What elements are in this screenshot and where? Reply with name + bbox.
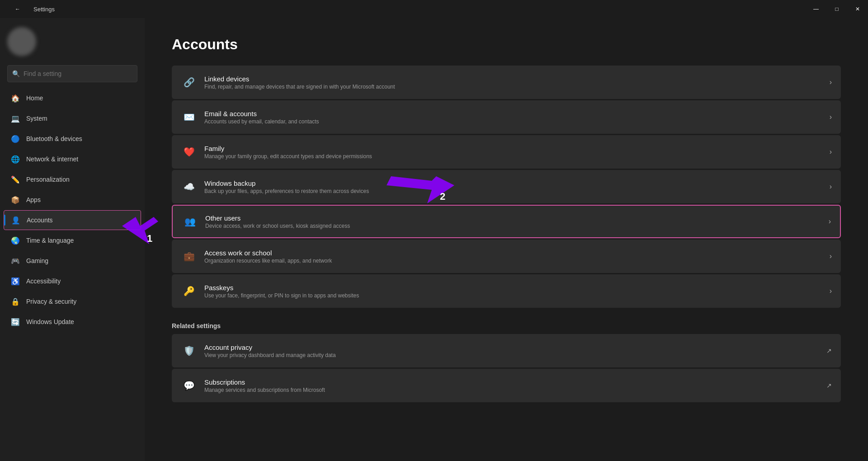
- family-desc: Manage your family group, edit account t…: [204, 153, 830, 160]
- sidebar-label-gaming: Gaming: [26, 257, 48, 264]
- related-settings-list: 🛡️ Account privacy View your privacy das…: [172, 334, 841, 402]
- titlebar-left: ← Settings: [7, 0, 55, 18]
- access-work-title: Access work or school: [204, 249, 830, 257]
- sidebar-item-update[interactable]: 🔄 Windows Update: [4, 312, 141, 332]
- windows-backup-desc: Back up your files, apps, preferences to…: [204, 188, 830, 194]
- main-content: Accounts 🔗 Linked devices Find, repair, …: [145, 18, 868, 461]
- sidebar-label-system: System: [26, 115, 47, 122]
- titlebar-controls: — □ ✕: [806, 0, 868, 18]
- subscriptions-text: Subscriptions Manage services and subscr…: [204, 378, 826, 393]
- maximize-button[interactable]: □: [826, 0, 847, 18]
- passkeys-text: Passkeys Use your face, fingerprint, or …: [204, 284, 830, 299]
- update-icon: 🔄: [11, 317, 20, 326]
- account-privacy-icon: 🛡️: [181, 343, 197, 359]
- account-privacy-text: Account privacy View your privacy dashbo…: [204, 343, 826, 358]
- linked-devices-text: Linked devices Find, repair, and manage …: [204, 75, 830, 90]
- system-icon: 💻: [11, 114, 20, 123]
- windows-backup-icon: ☁️: [181, 179, 197, 195]
- sidebar-item-gaming[interactable]: 🎮 Gaming: [4, 251, 141, 271]
- sidebar-item-accounts[interactable]: 👤 Accounts: [4, 210, 141, 230]
- linked-devices-title: Linked devices: [204, 75, 830, 83]
- family-icon: ❤️: [181, 144, 197, 160]
- account-privacy-title: Account privacy: [204, 343, 826, 351]
- family-text: Family Manage your family group, edit ac…: [204, 145, 830, 160]
- sidebar-label-accounts: Accounts: [27, 216, 53, 224]
- related-settings-heading: Related settings: [172, 322, 841, 329]
- sidebar-item-apps[interactable]: 📦 Apps: [4, 190, 141, 210]
- sidebar-item-accessibility[interactable]: ♿ Accessibility: [4, 271, 141, 291]
- other-users-title: Other users: [205, 214, 829, 222]
- sidebar-item-time[interactable]: 🌏 Time & language: [4, 230, 141, 250]
- back-button[interactable]: ←: [7, 0, 28, 18]
- sidebar-label-personalization: Personalization: [26, 176, 70, 183]
- minimize-button[interactable]: —: [806, 0, 826, 18]
- sidebar-item-privacy[interactable]: 🔒 Privacy & security: [4, 292, 141, 311]
- access-work-text: Access work or school Organization resou…: [204, 249, 830, 264]
- email-accounts-desc: Accounts used by email, calendar, and co…: [204, 118, 830, 125]
- account-privacy-external-icon: ↗: [826, 347, 832, 354]
- user-profile: [0, 18, 145, 61]
- search-box[interactable]: 🔍: [7, 65, 137, 82]
- windows-backup-arrow-icon: ›: [830, 183, 832, 191]
- accessibility-icon: ♿: [11, 277, 20, 286]
- sidebar-label-home: Home: [26, 94, 43, 102]
- windows-backup-text: Windows backup Back up your files, apps,…: [204, 179, 830, 194]
- subscriptions-icon: 💬: [181, 377, 197, 394]
- search-input[interactable]: [24, 70, 132, 77]
- avatar: [7, 27, 36, 56]
- other-users-text: Other users Device access, work or schoo…: [205, 214, 829, 229]
- subscriptions-external-icon: ↗: [826, 382, 832, 389]
- gaming-icon: 🎮: [11, 256, 20, 265]
- sidebar-label-apps: Apps: [26, 196, 41, 203]
- search-icon: 🔍: [12, 70, 20, 77]
- sidebar-item-bluetooth[interactable]: 🔵 Bluetooth & devices: [4, 129, 141, 149]
- linked-devices-icon: 🔗: [181, 74, 197, 90]
- settings-item-other-users[interactable]: 👥 Other users Device access, work or sch…: [172, 205, 841, 238]
- settings-list: 🔗 Linked devices Find, repair, and manag…: [172, 66, 841, 308]
- bluetooth-icon: 🔵: [11, 134, 20, 143]
- app-body: 🔍 🏠 Home 💻 System 🔵 Bluetooth & devices …: [0, 18, 868, 461]
- sidebar-label-privacy: Privacy & security: [26, 298, 76, 305]
- home-icon: 🏠: [11, 94, 20, 103]
- page-title: Accounts: [172, 36, 841, 53]
- settings-item-windows-backup[interactable]: ☁️ Windows backup Back up your files, ap…: [172, 170, 841, 203]
- email-accounts-icon: ✉️: [181, 109, 197, 125]
- related-item-account-privacy[interactable]: 🛡️ Account privacy View your privacy das…: [172, 334, 841, 367]
- access-work-arrow-icon: ›: [830, 252, 832, 260]
- titlebar: ← Settings — □ ✕: [0, 0, 868, 18]
- time-icon: 🌏: [11, 236, 20, 245]
- sidebar-label-accessibility: Accessibility: [26, 278, 61, 285]
- sidebar-item-home[interactable]: 🏠 Home: [4, 88, 141, 108]
- search-container: 🔍: [0, 61, 145, 88]
- sidebar-item-network[interactable]: 🌐 Network & internet: [4, 149, 141, 169]
- settings-item-access-work[interactable]: 💼 Access work or school Organization res…: [172, 240, 841, 273]
- sidebar-label-network: Network & internet: [26, 155, 78, 163]
- passkeys-arrow-icon: ›: [830, 287, 832, 295]
- apps-icon: 📦: [11, 195, 20, 204]
- other-users-arrow-icon: ›: [829, 217, 831, 226]
- personalization-icon: ✏️: [11, 175, 20, 184]
- email-accounts-text: Email & accounts Accounts used by email,…: [204, 110, 830, 125]
- sidebar-item-personalization[interactable]: ✏️ Personalization: [4, 169, 141, 189]
- sidebar-item-system[interactable]: 💻 System: [4, 108, 141, 128]
- subscriptions-title: Subscriptions: [204, 378, 826, 386]
- accounts-icon: 👤: [11, 216, 20, 225]
- settings-item-family[interactable]: ❤️ Family Manage your family group, edit…: [172, 135, 841, 169]
- network-icon: 🌐: [11, 155, 20, 164]
- sidebar-label-bluetooth: Bluetooth & devices: [26, 135, 82, 142]
- email-accounts-title: Email & accounts: [204, 110, 830, 118]
- related-item-subscriptions[interactable]: 💬 Subscriptions Manage services and subs…: [172, 369, 841, 402]
- family-title: Family: [204, 145, 830, 152]
- sidebar-label-time: Time & language: [26, 237, 74, 244]
- passkeys-desc: Use your face, fingerprint, or PIN to si…: [204, 292, 830, 299]
- settings-item-passkeys[interactable]: 🔑 Passkeys Use your face, fingerprint, o…: [172, 274, 841, 308]
- settings-item-linked-devices[interactable]: 🔗 Linked devices Find, repair, and manag…: [172, 66, 841, 99]
- settings-item-email-accounts[interactable]: ✉️ Email & accounts Accounts used by ema…: [172, 100, 841, 134]
- windows-backup-title: Windows backup: [204, 179, 830, 187]
- close-button[interactable]: ✕: [847, 0, 868, 18]
- access-work-icon: 💼: [181, 248, 197, 264]
- sidebar-label-update: Windows Update: [26, 318, 74, 325]
- linked-devices-desc: Find, repair, and manage devices that ar…: [204, 84, 830, 90]
- linked-devices-arrow-icon: ›: [830, 78, 832, 86]
- sidebar-nav: 🏠 Home 💻 System 🔵 Bluetooth & devices 🌐 …: [0, 88, 145, 332]
